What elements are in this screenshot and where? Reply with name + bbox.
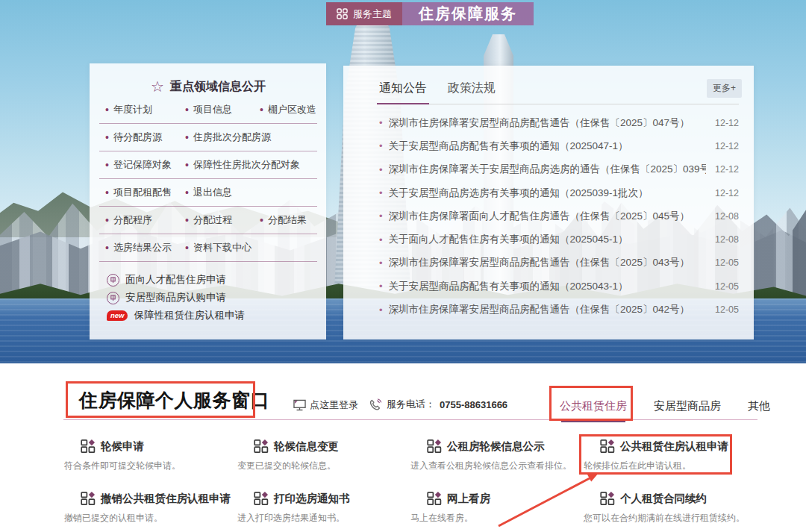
service-print-selection-notice[interactable]: 打印选房通知书 进入打印选房结果通知书。 (237, 484, 410, 530)
notice-date: 12-12 (715, 164, 739, 175)
notice-title: 深圳市住房保障署安居型商品房配售通告（住保售〔2025〕042号） (389, 303, 706, 316)
service-title: 公租房轮候信息公示 (447, 439, 545, 454)
service-grid-icon (81, 439, 96, 454)
info-link[interactable]: 分配过程 (185, 213, 260, 227)
tab-notices[interactable]: 通知公告 (379, 79, 427, 104)
notice-tabs: 通知公告 政策法规 (379, 79, 739, 104)
personal-service-window: 住房保障个人服务窗口 点这里登录 服务电话：0755-88631666 公共租赁… (0, 363, 806, 532)
notice-title: 深圳市住房保障署安居型商品房配售通告（住保售〔2025〕047号） (389, 116, 706, 130)
notice-title: 深圳市住房保障署关于安居型商品房选房的通告（住保售〔2025〕039号批次） (389, 163, 706, 176)
notice-date: 12-12 (715, 141, 739, 151)
notice-date: 12-08 (715, 211, 739, 222)
info-link-row: 年度计划 项目信息 棚户区改造 (99, 96, 317, 124)
service-waitlist-publicity[interactable]: 公租房轮候信息公示 进入查看公租房轮候信息公示查看排位。 (410, 431, 584, 478)
info-link[interactable]: 项目配租配售 (105, 186, 185, 199)
notice-date: 12-12 (715, 118, 739, 128)
info-link[interactable]: 保障性住房批次分配对象 (185, 158, 300, 172)
info-link[interactable]: 选房结果公示 (105, 241, 185, 254)
service-title: 公共租赁住房认租申请 (620, 439, 728, 454)
apply-circle-icon (107, 274, 119, 287)
notice-item[interactable]: 关于面向人才配售住房有关事项的通知（2025045-1） 12-08 (379, 228, 739, 251)
apply-link-talent-housing[interactable]: 面向人才配售住房申请 (107, 271, 317, 289)
service-grid-icon (254, 491, 269, 506)
service-desc: 变更已提交的轮候信息。 (237, 460, 410, 472)
notice-item[interactable]: 关于安居型商品房选房有关事项的通知（2025039-1批次） 12-12 (379, 181, 739, 204)
service-grid-icon (81, 491, 96, 506)
apply-link-label: 安居型商品房认购申请 (125, 291, 226, 304)
info-link[interactable]: 年度计划 (105, 103, 185, 116)
notice-item[interactable]: 深圳市住房保障署安居型商品房配售通告（住保售〔2025〕047号） 12-12 (379, 111, 739, 134)
service-desc: 轮候排位后在此申请认租。 (584, 460, 757, 472)
service-waitlist-info-change[interactable]: 轮候信息变更 变更已提交的轮候信息。 (237, 431, 410, 478)
service-waitlist-apply[interactable]: 轮候申请 符合条件即可提交轮候申请。 (64, 431, 237, 478)
info-link[interactable]: 棚户区改造 (260, 103, 316, 116)
services-grid: 轮候申请 符合条件即可提交轮候申请。 轮候信息变更 变更已提交的轮候信息。 公租… (64, 431, 758, 530)
service-cancel-rental-apply[interactable]: 撤销公共租赁住房认租申请 撤销已提交的认租申请。 (64, 484, 237, 530)
service-rental-apply[interactable]: 公共租赁住房认租申请 轮候排位后在此申请认租。 (584, 431, 757, 478)
notice-title: 深圳市住房保障署面向人才配售住房通告（住保售〔2025〕045号） (389, 210, 706, 223)
notice-title: 深圳市住房保障署安居型商品房配售通告（住保售〔2025〕043号） (389, 256, 706, 269)
notice-date: 12-05 (715, 281, 739, 292)
service-grid-icon (600, 439, 615, 454)
key-info-panel-title: ☆ 重点领域信息公开 (99, 77, 317, 96)
service-desc: 马上在线看房。 (410, 512, 584, 525)
divider (63, 419, 757, 420)
more-button[interactable]: 更多+ (707, 79, 742, 98)
apply-circle-icon (107, 292, 119, 304)
info-link-row: 登记保障对象 保障性住房批次分配对象 (99, 151, 317, 179)
service-grid-icon (600, 491, 615, 506)
service-desc: 撤销已提交的认租申请。 (64, 512, 237, 525)
notice-title: 关于安居型商品房配售有关事项的通知（2025047-1） (389, 140, 706, 153)
info-link[interactable]: 分配结果 (260, 213, 307, 227)
info-link[interactable]: 住房批次分配房源 (185, 131, 271, 144)
phone-number: 0755-88631666 (440, 399, 507, 410)
notice-item[interactable]: 深圳市住房保障署面向人才配售住房通告（住保售〔2025〕045号） 12-08 (379, 204, 739, 228)
new-badge: new (107, 310, 128, 321)
service-title: 撤销公共租赁住房认租申请 (101, 492, 231, 506)
service-phone: 服务电话：0755-88631666 (369, 398, 507, 411)
apply-links: 面向人才配售住房申请 安居型商品房认购申请 new 保障性租赁住房认租申请 (99, 271, 317, 325)
service-title: 个人租赁合同续约 (620, 492, 707, 506)
service-desc: 进入打印选房结果通知书。 (237, 512, 410, 525)
page-title: 住房保障服务 (402, 2, 534, 25)
notice-title: 关于安居型商品房选房有关事项的通知（2025039-1批次） (389, 187, 706, 200)
info-link[interactable]: 资料下载中心 (185, 241, 260, 254)
notice-item[interactable]: 深圳市住房保障署安居型商品房配售通告（住保售〔2025〕043号） 12-05 (379, 251, 739, 275)
monitor-icon (293, 399, 306, 411)
apply-link-commodity-housing[interactable]: 安居型商品房认购申请 (107, 289, 317, 307)
service-title: 打印选房通知书 (274, 492, 350, 506)
service-online-house-viewing[interactable]: 网上看房 马上在线看房。 (410, 484, 584, 530)
service-lease-renewal[interactable]: 个人租赁合同续约 您可以在合约期满前在线进行租赁续约。 (584, 484, 757, 530)
service-title: 轮候申请 (101, 439, 144, 454)
service-desc: 进入查看公租房轮候信息公示查看排位。 (410, 460, 584, 472)
notice-date: 12-05 (715, 304, 739, 315)
tab-policies[interactable]: 政策法规 (448, 79, 496, 104)
key-info-title-text: 重点领域信息公开 (170, 79, 266, 95)
info-link[interactable]: 登记保障对象 (105, 158, 185, 172)
service-grid-icon (427, 439, 442, 454)
service-title: 轮候信息变更 (274, 439, 339, 454)
notice-item[interactable]: 关于安居型商品房配售有关事项的通知（2025043-1） 12-05 (379, 275, 739, 298)
notice-item[interactable]: 关于安居型商品房配售有关事项的通知（2025047-1） 12-12 (379, 134, 739, 157)
phone-label: 服务电话： (387, 398, 435, 411)
page: 服务主题 住房保障服务 ☆ 重点领域信息公开 年度计划 项目信息 棚户区改造 待… (0, 0, 806, 532)
apply-link-label: 面向人才配售住房申请 (125, 273, 226, 287)
login-link[interactable]: 点这里登录 (293, 398, 358, 412)
key-info-panel: ☆ 重点领域信息公开 年度计划 项目信息 棚户区改造 待分配房源 住房批次分配房… (90, 63, 326, 339)
info-link-row: 选房结果公示 资料下载中心 (99, 234, 317, 262)
notice-item[interactable]: 深圳市住房保障署关于安居型商品房选房的通告（住保售〔2025〕039号批次） 1… (379, 158, 739, 181)
service-grid-icon (427, 491, 442, 506)
info-link[interactable]: 分配程序 (105, 213, 185, 227)
service-theme-menu[interactable]: 服务主题 (326, 2, 402, 25)
phone-icon (369, 398, 382, 411)
info-link[interactable]: 待分配房源 (105, 131, 185, 144)
info-link[interactable]: 项目信息 (185, 103, 260, 116)
apply-link-rental-housing[interactable]: new 保障性租赁住房认租申请 (107, 307, 317, 325)
service-grid-icon (254, 439, 269, 454)
service-desc: 您可以在合约期满前在线进行租赁续约。 (584, 512, 757, 525)
service-title: 网上看房 (447, 492, 490, 506)
notice-date: 12-12 (715, 188, 739, 198)
notice-item[interactable]: 深圳市住房保障署安居型商品房配售通告（住保售〔2025〕042号） 12-05 (379, 298, 739, 321)
notice-date: 12-05 (715, 257, 739, 268)
info-link[interactable]: 退出信息 (185, 186, 260, 199)
